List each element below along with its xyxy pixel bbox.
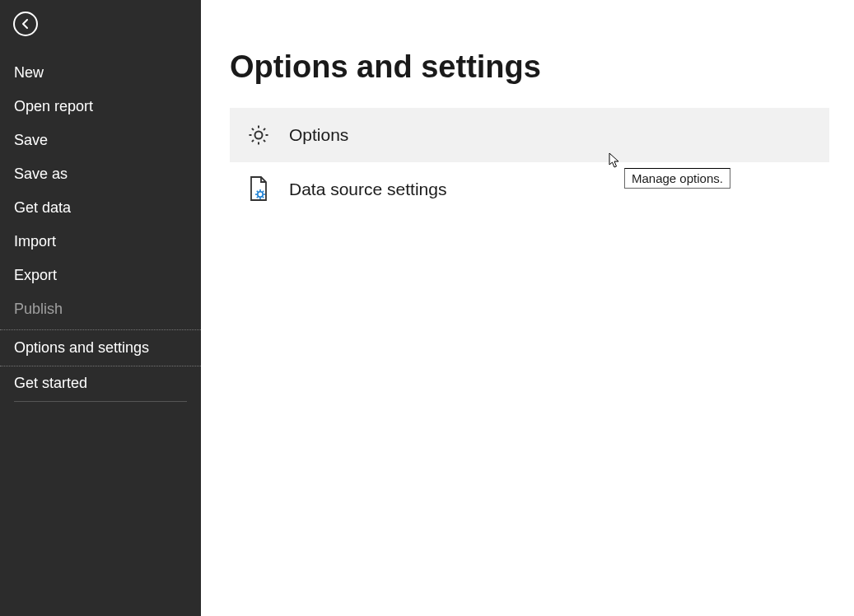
document-gear-icon — [246, 177, 271, 202]
sidebar-item-get-data[interactable]: Get data — [0, 191, 201, 225]
page-title: Options and settings — [230, 49, 829, 85]
sidebar-item-import[interactable]: Import — [0, 225, 201, 259]
svg-point-0 — [255, 132, 263, 139]
sidebar-item-open-report[interactable]: Open report — [0, 90, 201, 124]
option-row-options[interactable]: Options — [230, 108, 829, 162]
svg-point-1 — [258, 192, 263, 197]
sidebar-item-save[interactable]: Save — [0, 124, 201, 157]
main-panel: Options and settings Options Data s — [201, 0, 854, 616]
sidebar-item-new[interactable]: New — [0, 56, 201, 90]
sidebar-item-export[interactable]: Export — [0, 259, 201, 292]
sidebar-item-options-and-settings[interactable]: Options and settings — [0, 330, 201, 366]
back-button[interactable] — [13, 12, 38, 36]
sidebar-item-save-as[interactable]: Save as — [0, 157, 201, 191]
option-label: Data source settings — [289, 180, 446, 199]
sidebar: New Open report Save Save as Get data Im… — [0, 0, 201, 616]
option-row-data-source-settings[interactable]: Data source settings — [230, 162, 829, 217]
option-label: Options — [289, 125, 348, 145]
arrow-left-icon — [20, 18, 31, 30]
gear-icon — [246, 123, 271, 147]
sidebar-item-publish: Publish — [0, 292, 201, 326]
tooltip: Manage options. — [624, 168, 730, 189]
sidebar-item-get-started[interactable]: Get started — [14, 366, 187, 402]
